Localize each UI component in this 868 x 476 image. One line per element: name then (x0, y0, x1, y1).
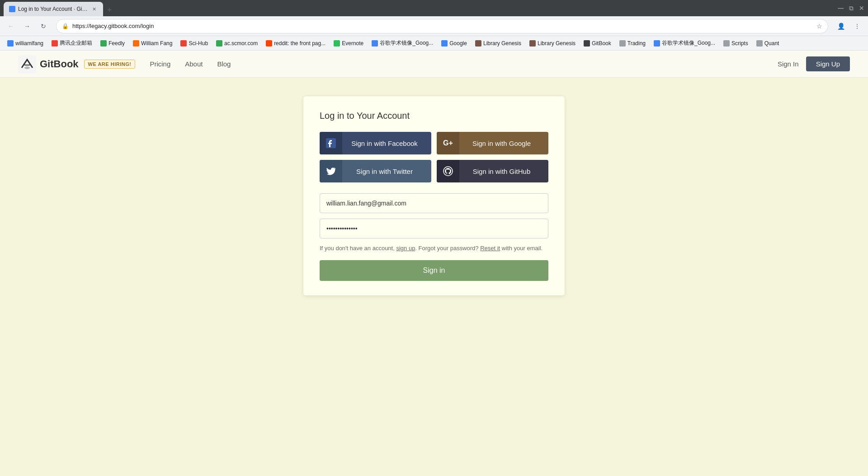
google-icon: G+ (437, 132, 459, 154)
bookmark-acscmor[interactable]: ac.scmor.com (212, 38, 261, 48)
bookmark-williamlfang[interactable]: williamlfang (4, 38, 47, 48)
bookmark-google-scholar-1[interactable]: 谷歌学术镜像_Goog... (368, 37, 437, 49)
help-text-middle: . Forgot your password? (415, 245, 480, 252)
bookmark-trading[interactable]: Trading (616, 38, 649, 48)
header-actions: Sign In Sign Up (778, 56, 850, 71)
new-tab-button[interactable]: + (103, 4, 116, 16)
help-text: If you don't have an account, sign up. F… (320, 244, 548, 253)
svg-point-1 (24, 66, 30, 69)
help-text-suffix: with your email. (500, 245, 542, 252)
forward-button[interactable]: → (20, 19, 34, 33)
bookmark-gitbook[interactable]: GitBook (580, 38, 615, 48)
bookmark-favicon (584, 40, 590, 47)
bookmark-label: Scripts (731, 40, 748, 47)
bookmark-tencent-email[interactable]: 腾讯企业邮箱 (48, 37, 96, 49)
browser-toolbar: ← → ↻ 🔒 https://legacy.gitbook.com/login… (0, 16, 868, 36)
google-button-label: Sign in with Google (459, 140, 548, 147)
github-button-label: Sign in with GitHub (459, 168, 548, 175)
bookmark-label: Trading (627, 40, 646, 47)
bookmark-google-scholar-2[interactable]: 谷歌学术镜像_Goog... (650, 37, 719, 49)
more-options-icon[interactable]: ⋮ (850, 19, 864, 33)
minimize-button[interactable]: ─ (838, 4, 844, 13)
sign-in-button[interactable]: Sign in (320, 260, 548, 281)
tab-close-button[interactable]: ✕ (90, 5, 98, 13)
bookmark-reddit[interactable]: reddit: the front pag... (262, 38, 329, 48)
browser-tabs: Log in to Your Account · GitBoo ✕ + (4, 0, 116, 16)
bookmark-favicon (334, 40, 340, 47)
bookmark-label: Quant (764, 40, 779, 47)
bookmark-label: Library Genesis (483, 40, 521, 47)
bookmark-libgen-1[interactable]: Library Genesis (472, 38, 525, 48)
nav-blog[interactable]: Blog (217, 60, 231, 68)
password-form-group (320, 219, 548, 238)
bookmark-favicon (619, 40, 626, 47)
bookmark-favicon (7, 40, 14, 47)
bookmark-favicon (216, 40, 222, 47)
twitter-button-label: Sign in with Twitter (342, 168, 431, 175)
bookmark-evernote[interactable]: Evernote (330, 38, 367, 48)
bookmark-favicon (441, 40, 448, 47)
twitter-icon (320, 160, 342, 182)
reset-link[interactable]: Reset it (480, 245, 500, 252)
bookmark-favicon (100, 40, 107, 47)
header-sign-up-button[interactable]: Sign Up (806, 56, 850, 71)
bookmark-scihub[interactable]: Sci-Hub (177, 38, 212, 48)
bookmark-label: williamlfang (15, 40, 43, 47)
close-window-button[interactable]: ✕ (859, 5, 864, 12)
reload-button[interactable]: ↻ (36, 19, 51, 33)
we-are-hiring-badge[interactable]: WE ARE HIRING! (84, 60, 136, 69)
bookmark-google[interactable]: Google (438, 38, 471, 48)
tab-favicon (9, 6, 15, 12)
bookmark-feedly[interactable]: Feedly (97, 38, 128, 48)
account-icon[interactable]: 👤 (834, 19, 848, 33)
logo-area[interactable]: GitBook (18, 55, 79, 73)
bookmark-label: 谷歌学术镜像_Goog... (380, 39, 433, 47)
bookmark-label: William Fang (141, 40, 172, 47)
sign-in-google-button[interactable]: G+ Sign in with Google (437, 132, 548, 154)
sign-in-github-button[interactable]: Sign in with GitHub (437, 160, 548, 182)
email-form-group (320, 193, 548, 213)
bookmark-quant[interactable]: Quant (753, 38, 783, 48)
active-tab[interactable]: Log in to Your Account · GitBoo ✕ (4, 2, 103, 16)
bookmark-favicon (475, 40, 481, 47)
bookmark-scripts[interactable]: Scripts (720, 38, 752, 48)
header-sign-in-link[interactable]: Sign In (778, 60, 799, 68)
login-card: Log in to Your Account Sign in with Face… (303, 96, 565, 296)
sign-in-facebook-button[interactable]: Sign in with Facebook (320, 132, 431, 154)
restore-button[interactable]: ⧉ (849, 5, 854, 12)
bookmark-label: reddit: the front pag... (274, 40, 326, 47)
bookmark-label: 腾讯企业邮箱 (60, 39, 92, 47)
main-content: Log in to Your Account Sign in with Face… (0, 78, 868, 476)
back-button[interactable]: ← (4, 19, 18, 33)
email-input[interactable] (320, 193, 548, 213)
bookmark-favicon (266, 40, 272, 47)
bookmark-label: GitBook (592, 40, 611, 47)
logo-text: GitBook (40, 58, 79, 70)
url-text: https://legacy.gitbook.com/login (72, 23, 813, 29)
bookmark-favicon (654, 40, 660, 47)
bookmark-favicon (133, 40, 139, 47)
app-header: GitBook WE ARE HIRING! Pricing About Blo… (0, 51, 868, 78)
password-input[interactable] (320, 219, 548, 238)
svg-rect-0 (18, 55, 36, 73)
bookmark-favicon (372, 40, 378, 47)
header-nav: Pricing About Blog (150, 60, 231, 68)
facebook-button-label: Sign in with Facebook (342, 140, 431, 147)
gitbook-logo-icon (18, 55, 36, 73)
bookmark-favicon (756, 40, 763, 47)
address-bar[interactable]: 🔒 https://legacy.gitbook.com/login ☆ (56, 19, 828, 33)
bookmark-label: Google (449, 40, 467, 47)
bookmark-label: Feedly (108, 40, 125, 47)
nav-pricing[interactable]: Pricing (150, 60, 170, 68)
bookmark-favicon (52, 40, 58, 47)
nav-about[interactable]: About (185, 60, 203, 68)
bookmark-william-fang[interactable]: William Fang (129, 38, 176, 48)
bookmark-star-icon[interactable]: ☆ (816, 23, 822, 30)
signup-link[interactable]: sign up (396, 245, 415, 252)
social-buttons: Sign in with Facebook G+ Sign in with Go… (320, 132, 548, 182)
toolbar-actions: 👤 ⋮ (834, 19, 864, 33)
sign-in-twitter-button[interactable]: Sign in with Twitter (320, 160, 431, 182)
bookmark-label: Sci-Hub (189, 40, 208, 47)
bookmark-libgen-2[interactable]: Library Genesis (526, 38, 579, 48)
bookmark-label: Evernote (342, 40, 363, 47)
